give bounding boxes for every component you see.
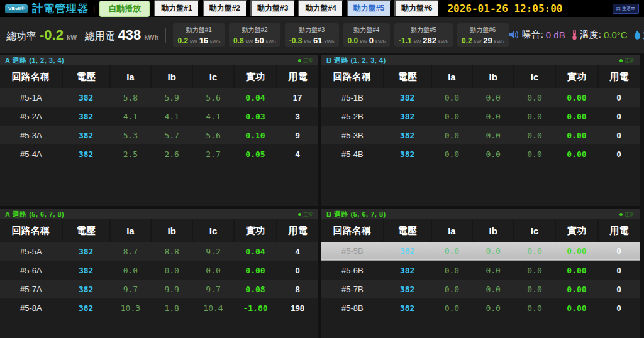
summary-card-panel-2: 動力盤#20.8kW50kWh <box>229 23 280 47</box>
ib-cell: 1.8 <box>151 298 192 317</box>
total-power-metric: 總功率 -0.2 kW <box>6 27 77 43</box>
tab-power-panel-2[interactable]: 動力盤#2 <box>203 0 247 17</box>
energy-cell: 9 <box>277 126 318 144</box>
autoplay-button[interactable]: 自動播放 <box>99 1 150 17</box>
noise-reading: 噪音: 0 dB <box>509 29 565 41</box>
real-power-cell: 0.00 <box>555 242 598 261</box>
circuit-panel: A 迴路 (1, 2, 3, 4) 正常 回路名稱電壓IaIbIc實功用電 #5… <box>0 55 318 206</box>
table-header-row: 回路名稱電壓IaIbIc實功用電 <box>321 65 640 88</box>
ic-cell: 0.0 <box>192 261 234 280</box>
panel-title: B 迴路 (1, 2, 3, 4) <box>326 56 386 65</box>
panel-title: B 迴路 (5, 6, 7, 8) <box>326 210 386 219</box>
circuit-table: 回路名稱電壓IaIbIc實功用電 #5-1A3825.85.95.60.0417… <box>0 65 318 163</box>
voltage-cell: 382 <box>62 242 110 261</box>
table-row[interactable]: #5-5A3828.78.89.20.044 <box>0 242 318 261</box>
voltage-cell: 382 <box>62 88 110 107</box>
ia-cell: 5.8 <box>110 88 152 107</box>
real-power-cell: 0.04 <box>234 88 277 107</box>
voltage-cell: 382 <box>62 280 110 298</box>
panel-title: A 迴路 (1, 2, 3, 4) <box>5 56 64 65</box>
energy-cell: 4 <box>277 144 318 163</box>
title-divider: | <box>93 4 95 13</box>
table-row[interactable]: #5-5B3820.00.00.00.000 <box>321 242 640 261</box>
real-power-cell: 0.00 <box>555 144 598 163</box>
ic-cell: 9.2 <box>192 242 234 261</box>
table-row[interactable]: #5-3A3825.35.75.60.109 <box>0 126 318 144</box>
tab-power-panel-5[interactable]: 動力盤#5 <box>347 0 391 17</box>
table-row[interactable]: #5-6A3820.00.00.00.000 <box>0 261 318 280</box>
panel-header: B 迴路 (1, 2, 3, 4) 正常 <box>321 55 640 65</box>
tab-power-panel-6[interactable]: 動力盤#6 <box>394 0 439 17</box>
voltage-cell: 382 <box>384 144 431 163</box>
column-header: 用電 <box>598 65 640 88</box>
table-row[interactable]: #5-8A38210.31.810.4-1.80198 <box>0 298 318 317</box>
energy-cell: 0 <box>277 261 318 280</box>
ib-cell: 0.0 <box>472 88 514 107</box>
speaker-icon <box>509 30 519 40</box>
table-row[interactable]: #5-3B3820.00.00.00.000 <box>321 126 640 144</box>
tab-power-panel-3[interactable]: 動力盤#3 <box>250 0 295 17</box>
table-row[interactable]: #5-2B3820.00.00.00.000 <box>321 107 640 126</box>
water-drop-icon <box>634 30 641 40</box>
table-row[interactable]: #5-8B3820.00.00.00.000 <box>321 298 640 317</box>
ib-cell: 5.9 <box>151 88 192 107</box>
table-row[interactable]: #5-4A3822.52.62.70.054 <box>0 144 318 163</box>
column-header: Ia <box>431 219 473 242</box>
voltage-cell: 382 <box>384 126 431 144</box>
voltage-cell: 382 <box>384 107 431 126</box>
ic-cell: 0.0 <box>514 144 555 163</box>
table-row[interactable]: #5-6B3820.00.00.00.000 <box>321 261 640 280</box>
column-header: Ib <box>472 65 514 88</box>
card-values: 0.2kW16kWh <box>177 36 220 45</box>
circuit-table: 回路名稱電壓IaIbIc實功用電 #5-1B3820.00.00.00.000#… <box>321 65 640 163</box>
ia-cell: 0.0 <box>431 298 473 317</box>
circuit-name-cell: #5-3A <box>0 126 62 144</box>
summary-card-panel-4: 動力盤#40.0kW0kWh <box>343 23 390 47</box>
energy-cell: 3 <box>277 107 318 126</box>
real-power-cell: 0.00 <box>555 261 598 280</box>
circuit-name-cell: #5-1A <box>0 88 62 107</box>
ib-cell: 0.0 <box>472 126 514 144</box>
ia-cell: 0.0 <box>431 280 473 298</box>
circuit-panel: A 迴路 (5, 6, 7, 8) 正常 回路名稱電壓IaIbIc實功用電 #5… <box>0 209 318 338</box>
circuit-name-cell: #5-1B <box>321 88 384 107</box>
card-kw-value: 0.2 <box>177 36 188 45</box>
energy-cell: 0 <box>598 242 640 261</box>
card-kwh-unit: kWh <box>325 39 335 45</box>
tab-power-panel-1[interactable]: 動力盤#1 <box>154 0 199 17</box>
ia-cell: 0.0 <box>431 261 473 280</box>
circuit-name-cell: #5-7B <box>321 280 384 298</box>
real-power-cell: 0.00 <box>555 280 598 298</box>
ic-cell: 0.0 <box>514 126 555 144</box>
ia-cell: 9.7 <box>110 280 152 298</box>
ib-cell: 5.7 <box>151 126 192 144</box>
total-energy-metric: 總用電 438 kWh <box>84 27 158 43</box>
table-row[interactable]: #5-1A3825.85.95.60.0417 <box>0 88 318 107</box>
tab-power-panel-4[interactable]: 動力盤#4 <box>298 0 343 17</box>
card-values: -1.1kW282kWh <box>399 36 448 45</box>
column-header: Ia <box>110 65 152 88</box>
table-row[interactable]: #5-1B3820.00.00.00.000 <box>321 88 640 107</box>
column-header: 回路名稱 <box>321 65 384 88</box>
table-row[interactable]: #5-7B3820.00.00.00.000 <box>321 280 640 298</box>
circuit-name-cell: #5-5A <box>0 242 62 261</box>
card-kw-unit: kW <box>414 39 421 45</box>
real-power-cell: 0.10 <box>234 126 277 144</box>
card-kwh-unit: kWh <box>266 39 276 45</box>
ia-cell: 0.0 <box>110 261 152 280</box>
noise-value: 0 dB <box>546 30 565 40</box>
ic-cell: 2.7 <box>192 144 234 163</box>
real-power-cell: 0.00 <box>555 107 598 126</box>
status-dot-icon <box>619 213 623 216</box>
card-kwh-value: 50 <box>255 36 264 45</box>
table-row[interactable]: #5-2A3824.14.14.10.033 <box>0 107 318 126</box>
card-kwh-unit: kWh <box>210 39 220 45</box>
card-kw-unit: kW <box>360 39 367 45</box>
voltage-cell: 382 <box>62 107 110 126</box>
panel-summary-cards: 動力盤#10.2kW16kWh動力盤#20.8kW50kWh動力盤#3-0.3k… <box>173 23 508 47</box>
datetime-display: 2026-01-26 12:05:00 <box>447 3 562 14</box>
table-row[interactable]: #5-7A3829.79.99.70.088 <box>0 280 318 298</box>
energy-cell: 4 <box>277 242 318 261</box>
menu-button[interactable]: 回 主選單 <box>613 4 639 14</box>
table-row[interactable]: #5-4B3820.00.00.00.000 <box>321 144 640 163</box>
